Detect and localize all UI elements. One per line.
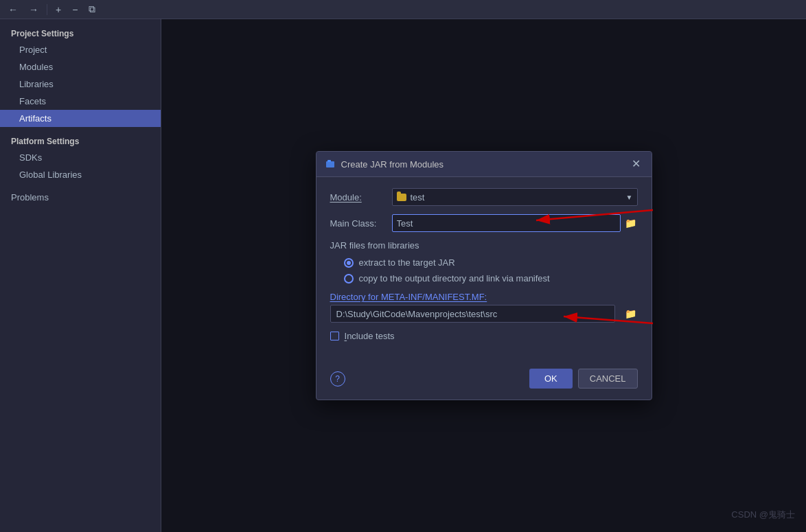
content-area: Create JAR from Modules ✕ Module: test [161, 19, 806, 532]
toolbar-separator [47, 4, 47, 15]
radio-extract-label: extract to the target JAR [359, 257, 455, 268]
dialog-body: Module: test ▼ Main Class: [316, 177, 652, 363]
platform-settings-section: Platform Settings [0, 132, 161, 149]
dialog-title: Create JAR from Modules [341, 159, 629, 170]
project-settings-section: Project Settings [0, 25, 161, 41]
main-class-control [392, 214, 621, 232]
dialog-close-button[interactable]: ✕ [629, 157, 643, 171]
include-tests-label: Include tests [345, 331, 395, 341]
radio-copy-label: copy to the output directory and link vi… [359, 273, 550, 284]
sidebar-item-libraries[interactable]: Libraries [0, 76, 161, 93]
radio-copy[interactable]: copy to the output directory and link vi… [344, 273, 638, 284]
sidebar-divider [0, 127, 161, 132]
folder-icon [397, 194, 406, 201]
dialog-icon [325, 159, 336, 170]
sidebar: Project Settings Project Modules Librari… [0, 19, 161, 532]
module-row: Module: test ▼ [330, 188, 638, 206]
module-select[interactable]: test ▼ [392, 188, 638, 206]
main-class-label: Main Class: [330, 218, 392, 229]
sidebar-item-artifacts[interactable]: Artifacts [0, 110, 161, 127]
directory-section: Directory for META-INF/MANIFEST.MF: D:\S… [330, 292, 638, 323]
sidebar-item-sdks[interactable]: SDKs [0, 149, 161, 166]
dialog-footer: ? OK CANCEL [316, 363, 652, 400]
modal-overlay: Create JAR from Modules ✕ Module: test [161, 19, 806, 532]
copy-button[interactable]: ⧉ [86, 2, 98, 16]
module-select-value: test [397, 192, 425, 203]
sidebar-item-global-libraries[interactable]: Global Libraries [0, 166, 161, 183]
include-tests-checkbox[interactable] [330, 332, 339, 340]
svg-rect-0 [326, 161, 334, 167]
module-value: test [411, 192, 425, 203]
directory-path-display: D:\Study\GitCode\Mavenprojects\test\src [330, 305, 615, 323]
sidebar-divider-2 [0, 183, 161, 189]
create-jar-dialog: Create JAR from Modules ✕ Module: test [316, 151, 652, 400]
main-class-input[interactable] [397, 218, 616, 229]
forward-button[interactable]: → [26, 3, 41, 16]
add-button[interactable]: + [53, 3, 64, 16]
ok-button[interactable]: OK [529, 369, 573, 389]
minus-button[interactable]: − [69, 3, 80, 16]
toolbar: ← → + − ⧉ [0, 0, 806, 19]
sidebar-item-facets[interactable]: Facets [0, 93, 161, 110]
radio-extract[interactable]: extract to the target JAR [344, 257, 638, 268]
svg-rect-1 [327, 160, 331, 162]
main-class-browse-button[interactable]: 📁 [623, 216, 638, 230]
sidebar-item-modules[interactable]: Modules [0, 58, 161, 76]
radio-extract-circle [344, 258, 354, 268]
directory-path-row: D:\Study\GitCode\Mavenprojects\test\src … [330, 305, 638, 323]
directory-browse-button[interactable]: 📁 [623, 307, 638, 321]
sidebar-item-project[interactable]: Project [0, 41, 161, 58]
back-button[interactable]: ← [5, 3, 21, 16]
help-button[interactable]: ? [330, 371, 345, 386]
jar-files-section-label: JAR files from libraries [330, 240, 638, 251]
directory-label[interactable]: Directory for META-INF/MANIFEST.MF: [330, 292, 638, 302]
footer-buttons: OK CANCEL [529, 369, 638, 389]
dialog-titlebar: Create JAR from Modules ✕ [316, 152, 652, 177]
main-class-row: Main Class: 📁 [330, 214, 638, 232]
main-layout: Project Settings Project Modules Librari… [0, 19, 806, 532]
radio-copy-circle [344, 274, 354, 284]
module-label: Module: [330, 192, 392, 203]
cancel-button[interactable]: CANCEL [578, 369, 638, 389]
radio-group: extract to the target JAR copy to the ou… [330, 257, 638, 284]
chevron-down-icon: ▼ [626, 194, 633, 201]
sidebar-item-problems[interactable]: Problems [0, 189, 161, 206]
include-tests-row: Include tests [330, 331, 638, 341]
